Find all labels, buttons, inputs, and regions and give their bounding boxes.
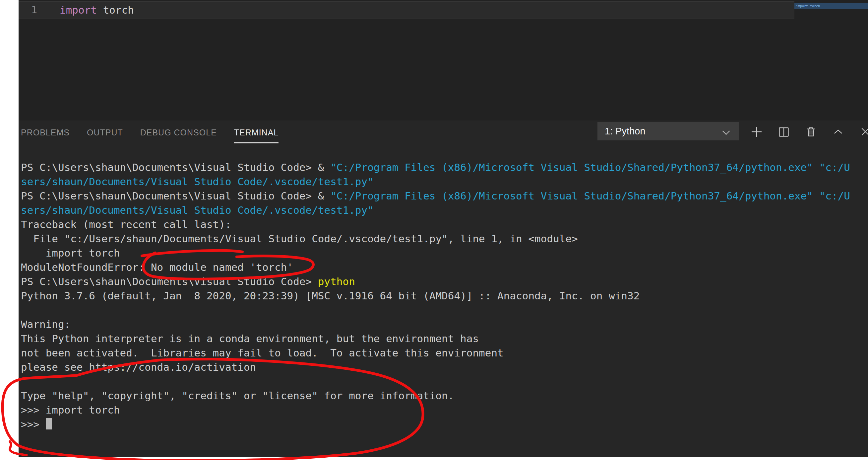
terminal-line — [21, 374, 868, 389]
terminal-line: not been activated. Libraries may fail t… — [21, 346, 868, 360]
terminal-line: Python 3.7.6 (default, Jan 8 2020, 20:23… — [21, 289, 868, 303]
terminal-text-segment: import torch — [21, 247, 120, 259]
terminal-text-segment: Python 3.7.6 (default, Jan 8 2020, 20:23… — [21, 290, 640, 302]
editor-region[interactable]: 1 import torch import torch — [19, 0, 868, 120]
panel-tab-bar: PROBLEMSOUTPUTDEBUG CONSOLETERMINAL — [21, 128, 279, 143]
terminal-line: >>> import torch — [21, 403, 868, 417]
terminal-text-segment: sers/shaun/Documents/Visual Studio Code/… — [21, 176, 374, 188]
terminal-line: PS C:\Users\shaun\Documents\Visual Studi… — [21, 160, 868, 175]
minimap[interactable]: import torch — [795, 0, 868, 120]
terminal-text-segment: not been activated. Libraries may fail t… — [21, 347, 504, 359]
minimap-code-text: import torch — [795, 3, 868, 9]
terminal-text-segment: "C:/Program Files (x86)/Microsoft Visual… — [330, 190, 813, 202]
terminal-text-segment: sers/shaun/Documents/Visual Studio Code/… — [21, 204, 374, 216]
terminal-text-segment: >>> — [21, 418, 46, 430]
tab-debug-console[interactable]: DEBUG CONSOLE — [140, 128, 217, 142]
terminal-text-segment: PS C:\Users\shaun\Documents\Visual Studi… — [21, 276, 318, 287]
terminal-text-segment: "c:/U — [819, 190, 850, 202]
terminal-text-segment — [813, 161, 819, 173]
terminal-line: This Python interpreter is in a conda en… — [21, 332, 868, 346]
terminal-line: sers/shaun/Documents/Visual Studio Code/… — [21, 175, 868, 189]
bottom-panel: PROBLEMSOUTPUTDEBUG CONSOLETERMINAL 1: P… — [19, 120, 868, 457]
terminal-text-segment: Type "help", "copyright", "credits" or "… — [21, 390, 454, 402]
maximize-panel-button[interactable] — [832, 125, 845, 138]
terminal-text-segment: please see https://conda.io/activation — [21, 361, 256, 373]
terminal-line: sers/shaun/Documents/Visual Studio Code/… — [21, 203, 868, 218]
terminal-text-segment: ModuleNotFoundError: No module named 'to… — [21, 261, 293, 273]
vscode-window: 1 import torch import torch PROBLEMSOUTP… — [19, 0, 868, 457]
close-icon — [860, 126, 868, 137]
code-keyword: import — [60, 4, 97, 16]
terminal-selector-value: 1: Python — [597, 126, 646, 137]
terminal-text-segment: File "c:/Users/shaun/Documents/Visual St… — [21, 233, 578, 245]
tab-output[interactable]: OUTPUT — [87, 128, 123, 142]
terminal-text-segment: PS C:\Users\shaun\Documents\Visual Studi… — [21, 161, 330, 173]
terminal-line: Warning: — [21, 317, 868, 332]
terminal-text-segment: python — [318, 276, 355, 287]
terminal-cursor — [46, 418, 52, 429]
chevron-down-icon — [722, 127, 730, 135]
terminal-text-segment — [813, 190, 819, 202]
terminal-text-segment: PS C:\Users\shaun\Documents\Visual Studi… — [21, 190, 330, 202]
minimap-highlight: import torch — [795, 3, 868, 9]
terminal-selector-dropdown[interactable]: 1: Python — [597, 122, 739, 140]
tab-problems[interactable]: PROBLEMS — [21, 128, 70, 142]
close-panel-button[interactable] — [859, 125, 868, 138]
terminal-text-segment: "c:/U — [819, 161, 850, 173]
new-terminal-button[interactable] — [750, 125, 763, 138]
chevron-up-icon — [833, 126, 844, 137]
terminal-line: File "c:/Users/shaun/Documents/Visual St… — [21, 232, 868, 246]
screenshot-page: 1 import torch import torch PROBLEMSOUTP… — [0, 0, 868, 460]
trash-icon — [805, 126, 816, 137]
terminal-line: Type "help", "copyright", "credits" or "… — [21, 389, 868, 403]
terminal-line: import torch — [21, 246, 868, 260]
terminal-line: ModuleNotFoundError: No module named 'to… — [21, 260, 868, 275]
code-line[interactable]: import torch — [60, 1, 134, 19]
tab-terminal[interactable]: TERMINAL — [234, 128, 279, 143]
current-line-highlight — [19, 1, 795, 19]
terminal-text-segment: Traceback (most recent call last): — [21, 219, 231, 230]
terminal-line: PS C:\Users\shaun\Documents\Visual Studi… — [21, 275, 868, 289]
line-number: 1 — [19, 1, 37, 19]
plus-icon — [750, 125, 763, 138]
terminal-line: please see https://conda.io/activation — [21, 360, 868, 374]
kill-terminal-button[interactable] — [804, 125, 817, 138]
panel-actions — [750, 123, 868, 140]
terminal-text-segment: This Python interpreter is in a conda en… — [21, 333, 479, 345]
terminal-line: PS C:\Users\shaun\Documents\Visual Studi… — [21, 189, 868, 203]
terminal-output[interactable]: PS C:\Users\shaun\Documents\Visual Studi… — [21, 160, 868, 457]
code-text: torch — [97, 4, 134, 16]
terminal-line — [21, 303, 868, 317]
split-terminal-button[interactable] — [777, 125, 790, 138]
terminal-text-segment: "C:/Program Files (x86)/Microsoft Visual… — [330, 161, 813, 173]
terminal-text-segment: >>> import torch — [21, 404, 120, 416]
terminal-text-segment: Warning: — [21, 318, 70, 330]
terminal-line: Traceback (most recent call last): — [21, 218, 868, 232]
split-pane-icon — [778, 126, 790, 138]
terminal-line: >>> — [21, 417, 868, 431]
